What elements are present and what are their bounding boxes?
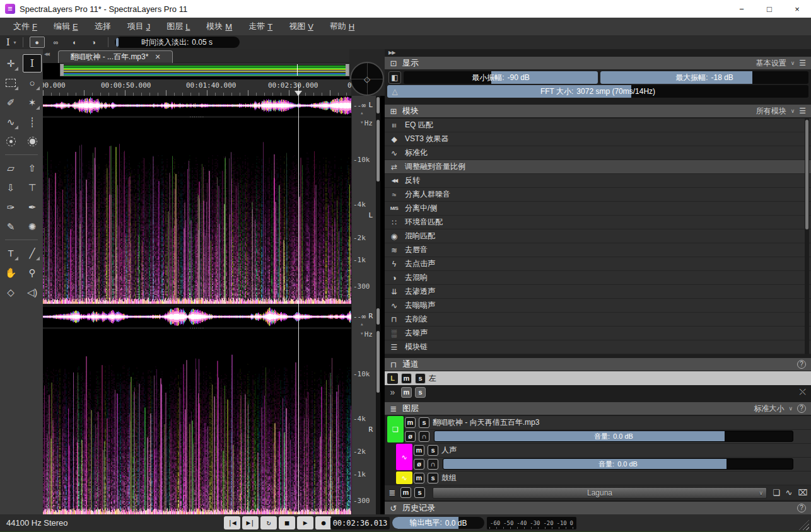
module-item-de-plosive[interactable]: ≋去唇音 (385, 243, 811, 257)
resize-grip[interactable] (799, 520, 809, 530)
vertical-scrollbar[interactable] (376, 96, 380, 514)
fuse-button[interactable]: ∩ (419, 431, 429, 442)
skip-start-button[interactable]: |◀ (224, 516, 240, 529)
tool-marker[interactable]: ✒ (23, 198, 42, 216)
tool-rectangular-selection[interactable] (1, 74, 20, 92)
layer-group-color-chip[interactable]: ❏ (387, 416, 404, 442)
fuse-button[interactable]: ∩ (428, 459, 438, 470)
channel-row-merge[interactable]: » m s ⤬ (385, 385, 811, 399)
tool-zoom[interactable]: ⚲ (23, 263, 42, 282)
tool-magic-wand[interactable]: ✶ (23, 93, 42, 112)
module-item-ambience-match[interactable]: ∷环境音匹配 (385, 216, 811, 229)
overview-left-handle[interactable] (61, 64, 64, 76)
time-ruler[interactable]: 00.000 00:00:50.000 00:01:40.000 00:02:3… (43, 79, 351, 96)
layer-volume-slider[interactable]: 音量:0.0 dB (443, 458, 793, 470)
delete-layer-button[interactable]: ⌧ (797, 487, 808, 499)
tool-transform[interactable]: ✛ (1, 54, 20, 72)
display-preset-select[interactable]: 基本设置 (756, 58, 786, 69)
composite-solo-button[interactable]: s (414, 487, 425, 498)
new-layer-button[interactable]: ∿ (783, 487, 795, 499)
record-button[interactable]: ● (315, 516, 332, 529)
tool-pencil[interactable]: ✎ (1, 217, 20, 236)
layer-volume-slider[interactable]: 音量:0.0 dB (434, 431, 793, 442)
module-item-unmix-levels[interactable]: ⇄调整融到音量比例 (385, 160, 811, 174)
collapse-up-icon[interactable]: ▲ (361, 110, 363, 115)
maximize-button[interactable]: □ (756, 0, 783, 18)
layer-solo-button[interactable]: s (428, 473, 438, 483)
scrollbar-thumb[interactable] (376, 331, 380, 393)
tool-playback[interactable]: ◁) (23, 283, 42, 301)
minimize-button[interactable]: − (728, 0, 756, 18)
tool-eraser[interactable]: ▱ (1, 159, 20, 177)
composite-layer-row[interactable]: ≣ m s Laguna ∨ ❏ ∿ ⌧ (385, 485, 811, 500)
module-item-de-reverb[interactable]: ◑去混响 (385, 271, 811, 285)
collapse-down-icon[interactable]: ▼ (361, 331, 363, 335)
composite-mute-button[interactable]: m (400, 487, 411, 498)
tool-text[interactable]: T (1, 244, 20, 262)
scrollbar-thumb[interactable] (376, 308, 380, 325)
help-icon[interactable]: ? (797, 504, 806, 512)
output-level-slider[interactable]: 输出电平:0.0 dB (392, 517, 484, 529)
channel-route-icon[interactable]: ⤬ (800, 387, 806, 397)
loop-button[interactable]: ↻ (260, 516, 277, 529)
merge-mute-button[interactable]: m (401, 387, 412, 398)
file-overview-strip[interactable] (60, 64, 349, 76)
selection-mode-add-button[interactable]: ∞ (49, 37, 64, 48)
menu-file[interactable]: 文件F (5, 18, 45, 35)
modules-scrollbar[interactable] (805, 119, 809, 354)
layer-mute-button[interactable]: m (405, 417, 416, 428)
module-item-normalize[interactable]: ∿标准化 (385, 146, 811, 160)
layer-solo-button[interactable]: s (419, 417, 429, 428)
layer-vocals-color-chip[interactable]: ∿ (396, 444, 412, 470)
modules-menu-icon[interactable]: ☰ (799, 107, 806, 115)
tool-dotted-line[interactable]: ┊ (23, 113, 42, 131)
spectrogram-left-canvas[interactable] (43, 119, 351, 304)
tool-harmonic-selection[interactable] (23, 132, 42, 151)
menu-module[interactable]: 模块M (198, 18, 240, 35)
scrollbar-thumb[interactable] (376, 120, 380, 182)
menu-project[interactable]: 项目J (119, 18, 159, 35)
tool-brush-selection[interactable]: ✐ (1, 93, 20, 112)
tool-circle-selection[interactable] (1, 132, 20, 151)
tab-close-icon[interactable]: ✕ (155, 53, 160, 61)
close-button[interactable]: × (783, 0, 811, 18)
layer-mute-button[interactable]: m (414, 445, 424, 456)
selection-mode-intersect-button[interactable]: ◑ (86, 37, 102, 48)
menu-edit[interactable]: 编辑E (45, 18, 86, 35)
channel-solo-button[interactable]: s (415, 373, 426, 384)
module-item-unmix-mid-side[interactable]: M/S分离中/侧 (385, 202, 811, 216)
skip-end-button[interactable]: ▶| (242, 516, 259, 529)
module-item-de-noise[interactable]: ░去噪声 (385, 327, 811, 340)
tool-hand[interactable]: ✋ (1, 263, 20, 282)
stop-button[interactable]: ■ (279, 516, 295, 529)
menu-select[interactable]: 选择 (86, 18, 119, 35)
navigation-sphere[interactable]: ◇ (350, 62, 384, 96)
tool-clone-stamp[interactable]: ⊤ (23, 178, 42, 197)
channel-mute-button[interactable]: m (401, 373, 412, 384)
composite-model-select[interactable]: Laguna ∨ (433, 487, 767, 499)
module-item-eq-match[interactable]: ≡EQ 匹配 (385, 119, 811, 132)
modules-filter-select[interactable]: 所有模块 (756, 106, 786, 117)
max-amplitude-slider[interactable]: 最大振幅:-18 dB (600, 71, 808, 84)
document-tab[interactable]: 翻唱歌神 - ...百年.mp3* ✕ (58, 50, 173, 63)
waveform-right-canvas[interactable] (43, 307, 351, 327)
layer-row-drums[interactable]: m s 鼓组 (414, 471, 811, 485)
menu-layer[interactable]: 图层L (158, 18, 198, 35)
channel-row-left[interactable]: L m s 左 (385, 371, 811, 385)
phase-invert-button[interactable]: ø (414, 459, 424, 470)
layer-drums-color-chip[interactable]: ∿ (396, 471, 412, 484)
tool-heal[interactable]: ✑ (1, 198, 20, 216)
module-item-reverse[interactable]: ◀◀反转 (385, 174, 811, 188)
display-menu-icon[interactable]: ☰ (799, 59, 806, 67)
waveform-left-canvas[interactable] (43, 96, 351, 115)
merge-solo-button[interactable]: s (415, 387, 426, 398)
overview-right-handle[interactable] (346, 64, 349, 76)
collapse-up-icon[interactable]: ▲ (361, 321, 363, 326)
menu-view[interactable]: 视图V (281, 18, 322, 35)
selection-mode-new-button[interactable]: ● (30, 37, 45, 48)
module-item-de-click[interactable]: ϟ去点击声 (385, 257, 811, 271)
menu-transport[interactable]: 走带T (240, 18, 281, 35)
play-button[interactable]: ▶ (297, 516, 313, 529)
tool-airbrush[interactable]: ✺ (23, 217, 42, 236)
module-item-vst3-effects[interactable]: ◆VST3 效果器 (385, 132, 811, 146)
